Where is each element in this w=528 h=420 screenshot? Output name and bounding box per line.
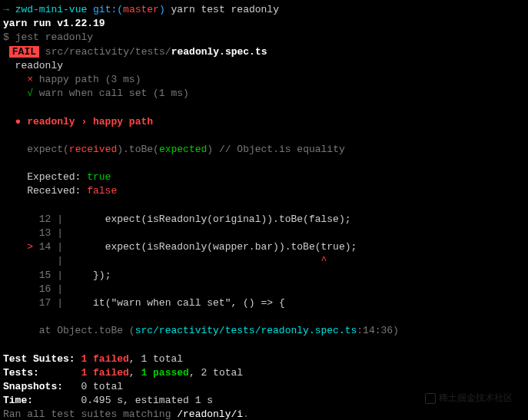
cross-icon: × [3, 74, 33, 85]
bullet-icon: ● [3, 116, 21, 127]
arrow-icon: → [3, 4, 9, 15]
git-suffix: ) [159, 4, 165, 15]
check-icon: √ [3, 88, 33, 99]
expected-row: Expected: true [3, 170, 525, 184]
suite-name: readonly [3, 59, 525, 73]
jest-cmd: $ jest readonly [3, 31, 525, 45]
fail-badge: FAIL [9, 46, 39, 58]
code-line-14: > 14 | expect(isReadonly(wapper.bar)).to… [3, 240, 525, 254]
code-line-16: 16 | [3, 283, 525, 296]
code-line-13: 13 | [3, 227, 525, 240]
summary-time: Time: 0.495 s, estimated 1 s [3, 394, 525, 408]
command: yarn test readonly [171, 4, 279, 15]
stack-trace: at Object.toBe (src/reactivity/tests/rea… [3, 324, 525, 338]
terminal-output: → zwd-mini-vue git:(master) yarn test re… [3, 3, 525, 420]
cwd: zwd-mini-vue [15, 4, 88, 15]
fail-file: FAIL src/reactivity/tests/readonly.spec.… [3, 45, 525, 59]
summary-snapshots: Snapshots: 0 total [3, 380, 525, 394]
summary-suites: Test Suites: 1 failed, 1 total [3, 352, 525, 366]
test-fail-row: × happy path (3 ms) [3, 73, 525, 87]
received-row: Received: false [3, 184, 525, 198]
yarn-version: yarn run v1.22.19 [3, 17, 525, 31]
code-caret: | ^ [3, 254, 525, 268]
git-prefix: git:( [93, 4, 123, 15]
ran-line: Ran all test suites matching /readonly/i… [3, 408, 525, 420]
fail-header: ● readonly › happy path [3, 115, 525, 129]
expect-template: expect(received).toBe(expected) // Objec… [3, 143, 525, 157]
prompt-line: → zwd-mini-vue git:(master) yarn test re… [3, 3, 525, 17]
code-line-15: 15 | }); [3, 269, 525, 283]
test-pass-row: √ warn when call set (1 ms) [3, 87, 525, 101]
git-branch: master [123, 4, 159, 15]
code-line-17: 17 | it("warn when call set", () => { [3, 296, 525, 310]
code-line-12: 12 | expect(isReadonly(original)).toBe(f… [3, 213, 525, 227]
summary-tests: Tests: 1 failed, 1 passed, 2 total [3, 366, 525, 380]
